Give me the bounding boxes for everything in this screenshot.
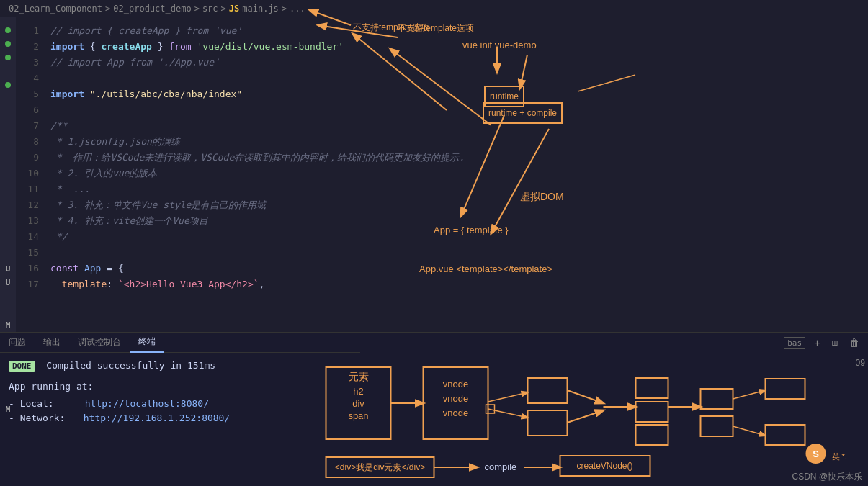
line-num: 2 <box>16 39 39 55</box>
breadcrumb: 02_Learn_Component > 02_product_demo > s… <box>0 0 868 17</box>
sidebar-letter: U <box>6 264 11 274</box>
svg-rect-34 <box>766 425 805 445</box>
local-url[interactable]: http://localhost:8080/ <box>85 398 209 409</box>
code-line-5: import "./utils/abc/cba/nba/index" <box>50 86 868 102</box>
svg-text:<div>我是div元素</div>: <div>我是div元素</div> <box>335 462 425 472</box>
breadcrumb-part: main.js <box>242 4 279 14</box>
code-line-14: */ <box>50 229 868 245</box>
svg-rect-33 <box>766 379 805 399</box>
sidebar-dots: U U M <box>0 17 16 332</box>
svg-text:英 *.: 英 *. <box>832 452 847 461</box>
svg-text:vnode: vnode <box>443 379 468 390</box>
svg-rect-20 <box>528 378 568 403</box>
svg-line-23 <box>568 410 604 423</box>
code-line-11: * ... <box>50 181 868 197</box>
line-num: 3 <box>16 55 39 71</box>
code-line-12: * 3. 补充：单文件Vue style是有自己的作用域 <box>50 197 868 213</box>
breakpoint-dot <box>5 41 11 47</box>
svg-text:compile: compile <box>485 462 517 472</box>
sidebar-m-bottom: M <box>0 405 16 414</box>
diagram-svg: 元素 h2 div span vnode vnode vnode <box>317 353 868 486</box>
line-num: 17 <box>16 276 39 292</box>
code-line-13: * 4. 补充：vite创建一个Vue项目 <box>50 213 868 229</box>
code-line-7: /** <box>50 118 868 134</box>
tab-debug[interactable]: 调试控制台 <box>69 333 130 353</box>
split-icon[interactable]: ⊞ <box>829 336 841 350</box>
svg-rect-26 <box>636 402 668 422</box>
dot-row <box>0 37 16 50</box>
breadcrumb-js: JS <box>229 4 239 14</box>
sidebar-letter-row: M <box>0 318 16 332</box>
line-num: 13 <box>16 213 39 229</box>
line-num: 5 <box>16 86 39 102</box>
svg-line-31 <box>733 390 766 399</box>
svg-line-22 <box>568 390 604 403</box>
breadcrumb-part: 02_product_demo <box>113 4 191 14</box>
dot-row <box>0 106 16 120</box>
network-url-line: - Network: http://192.168.1.252:8080/ <box>9 411 366 426</box>
line-num: 4 <box>16 71 39 86</box>
svg-text:vnode: vnode <box>443 393 468 404</box>
code-line-15 <box>50 245 868 261</box>
svg-text:span: span <box>348 410 368 421</box>
app-root: 02_Learn_Component > 02_product_demo > s… <box>0 0 868 486</box>
tab-problems[interactable]: 问题 <box>0 333 35 353</box>
network-url[interactable]: http://192.168.1.252:8080/ <box>84 413 231 423</box>
tab-terminal[interactable]: 终端 <box>130 333 164 353</box>
breadcrumb-ellipsis: ... <box>290 4 305 14</box>
trash-icon[interactable]: 🗑 <box>846 336 862 350</box>
dot-row <box>0 216 16 230</box>
svg-text:div: div <box>352 398 364 409</box>
bas-label: bas <box>784 337 805 349</box>
plus-icon[interactable]: + <box>811 336 823 350</box>
sidebar-letter-row: U <box>0 262 16 276</box>
tab-output[interactable]: 输出 <box>35 333 69 353</box>
svg-text:S: S <box>813 449 819 459</box>
sidebar-letter-row: U <box>0 276 16 289</box>
dot-row <box>0 92 16 106</box>
line-num: 8 <box>16 134 39 150</box>
panel-tabs: 问题 输出 调试控制台 终端 <box>0 333 360 353</box>
local-url-line: - Local: http://localhost:8080/ <box>9 397 366 411</box>
code-line-10: * 2. 引入的vue的版本 <box>50 166 868 181</box>
breakpoint-dot <box>5 82 11 88</box>
svg-rect-25 <box>636 378 668 398</box>
svg-text:h2: h2 <box>353 386 363 397</box>
code-line-2: import { createApp } from 'vue/dist/vue.… <box>50 39 868 55</box>
compiled-text: Compiled successfully in 151ms <box>46 360 215 371</box>
code-line-16: const App = { <box>50 261 868 276</box>
dot-row <box>0 50 16 64</box>
dot-row <box>0 78 16 92</box>
line-num: 9 <box>16 150 39 166</box>
app-running-label: App running at: <box>9 379 366 394</box>
code-line-9: * 作用：给VSCode来进行读取，VSCode在读取到其中的内容时，给我们的代… <box>50 150 868 166</box>
dot-row <box>0 147 16 161</box>
svg-rect-27 <box>636 425 668 445</box>
dot-row <box>0 120 16 133</box>
bottom-panel: 问题 输出 调试控制台 终端 bas + ⊞ 🗑 DONE Compiled s… <box>0 332 868 486</box>
breadcrumb-part: src <box>202 4 218 14</box>
svg-rect-21 <box>528 410 568 436</box>
line-num: 6 <box>16 102 39 118</box>
diagram-area: 元素 h2 div span vnode vnode vnode <box>317 353 868 486</box>
svg-rect-30 <box>701 416 733 436</box>
dot-row <box>0 175 16 189</box>
svg-text:元素: 元素 <box>349 371 369 382</box>
line-num: 12 <box>16 197 39 213</box>
line-num: 14 <box>16 229 39 245</box>
sidebar-letter: M <box>6 320 11 330</box>
svg-line-18 <box>488 392 528 402</box>
terminal-done-line: DONE Compiled successfully in 151ms <box>9 359 366 374</box>
dot-row <box>0 230 16 243</box>
line-num: 7 <box>16 118 39 134</box>
breadcrumb-part: 02_Learn_Component <box>9 4 102 14</box>
breakpoint-dot <box>5 55 11 60</box>
line-num: 1 <box>16 23 39 39</box>
line-numbers: 1 2 3 4 5 6 7 8 9 10 11 12 13 14 15 16 1… <box>16 17 45 332</box>
code-editor[interactable]: // import { createApp } from 'vue' impor… <box>45 17 868 332</box>
svg-rect-29 <box>701 389 733 409</box>
breakpoint-dot <box>5 27 11 33</box>
csdn-watermark: CSDN @快乐本乐 <box>792 471 862 483</box>
dot-row <box>0 64 16 78</box>
dot-row <box>0 189 16 202</box>
